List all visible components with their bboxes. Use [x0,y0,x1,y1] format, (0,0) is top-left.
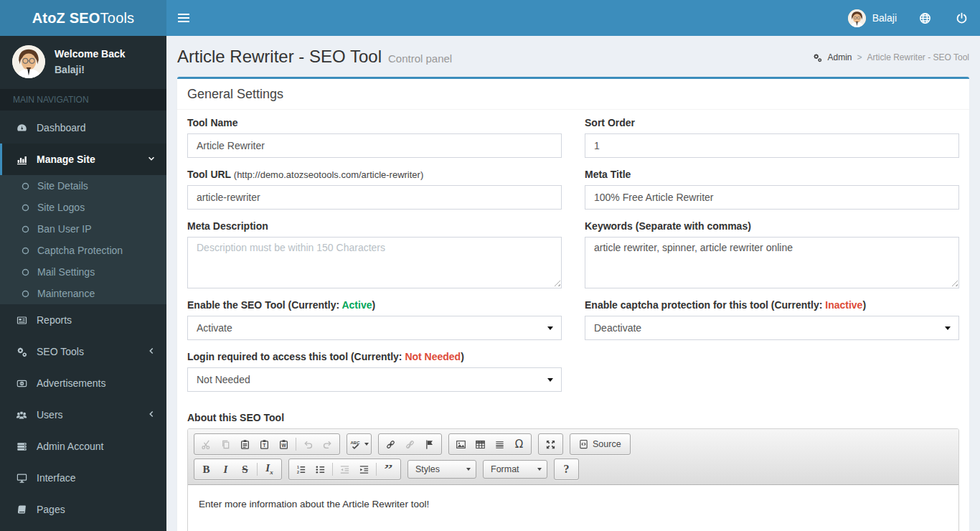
sidebar-subitem-mail-settings[interactable]: Mail Settings [0,261,166,283]
sidebar-item-seo-tools[interactable]: SEO Tools [0,336,166,367]
enable-tool-select[interactable]: Activate [187,316,562,340]
paste-icon [240,439,250,450]
sidebar-toggle-button[interactable] [166,0,201,36]
blockquote-button[interactable]: ” [379,461,398,478]
image-icon [456,439,466,450]
page-subtitle: Control panel [388,52,452,65]
navbar-main: Balaji [166,0,980,36]
redo-button[interactable] [318,436,337,453]
navbar-right: Balaji [838,0,980,36]
sidebar-menu: Dashboard Manage Site Site Details Site … [0,112,166,525]
italic-button[interactable]: I [216,461,235,478]
special-char-button[interactable]: Ω [509,436,529,453]
copy-button[interactable] [216,436,235,453]
meta-title-group: Meta Title [585,169,959,210]
logout-button[interactable] [943,0,980,36]
enable-tool-label-end: ) [372,299,376,311]
breadcrumb-home-link[interactable]: Admin [827,52,852,62]
sidebar-subitem-maintenance[interactable]: Maintenance [0,283,166,304]
tool-name-input[interactable] [187,133,562,158]
breadcrumb-current: Article Rewriter - SEO Tool [867,52,969,62]
sidebar-subitem-captcha-protection[interactable]: Captcha Protection [0,240,166,261]
sidebar-item-manage-site[interactable]: Manage Site [0,144,166,175]
paste-button[interactable] [235,436,255,453]
circle-icon [21,290,29,298]
editor-content-area[interactable]: Enter more information about the Article… [188,485,958,531]
sidebar-item-pages[interactable]: Pages [0,494,166,525]
sort-order-input[interactable] [585,133,959,158]
circle-icon [21,247,29,255]
copy-icon [220,439,231,450]
anchor-button[interactable] [420,436,439,453]
source-button[interactable]: Source [573,436,628,453]
sidebar-subitem-ban-user-ip[interactable]: Ban User IP [0,218,166,240]
keywords-textarea[interactable]: article rewriter, spinner, article rewri… [585,237,959,288]
book-icon [16,504,27,515]
strikethrough-button[interactable]: S [235,461,255,478]
brand-logo[interactable]: AtoZ SEOTools [0,0,166,36]
sidebar-subitem-site-logos[interactable]: Site Logos [0,197,166,218]
sidebar-item-dashboard[interactable]: Dashboard [0,112,166,144]
about-tool-label: About this SEO Tool [187,412,959,423]
cut-button[interactable] [197,436,216,453]
remove-format-button[interactable]: Ix [260,461,279,478]
manage-site-submenu: Site Details Site Logos Ban User IP Capt… [0,175,166,304]
circle-icon [21,182,29,190]
sidebar-item-advertisements[interactable]: Advertisements [0,367,166,399]
sidebar-item-label: SEO Tools [37,346,84,357]
sidebar-item-interface[interactable]: Interface [0,462,166,494]
login-required-label-end: ) [461,351,464,362]
link-button[interactable] [381,436,400,453]
decrease-indent-button[interactable] [335,461,354,478]
tool-url-label-text: Tool URL [187,169,231,180]
insert-table-button[interactable] [471,436,490,453]
spellcheck-button[interactable]: ABC [349,436,369,453]
svg-text:2: 2 [297,469,299,474]
paragraph-group: 12 ” [288,459,401,480]
increase-indent-button[interactable] [354,461,374,478]
about-tool-group: About this SEO Tool T W [187,412,959,531]
meta-title-input[interactable] [585,185,959,210]
links-group [378,433,442,455]
paste-from-word-button[interactable]: W [274,436,293,453]
enable-tool-group: Enable the SEO Tool (Currently: Active) … [187,299,562,340]
toolbar-row-1: T W ABC [194,433,953,455]
maximize-button[interactable] [541,436,560,453]
editor-help-button[interactable]: ? [557,461,576,478]
flag-icon [424,439,435,450]
subitem-label: Site Logos [37,202,85,213]
unlink-button[interactable] [400,436,420,453]
clipboard-group: T W [194,433,340,455]
toolbar-separator [257,463,258,476]
horizontal-line-button[interactable] [490,436,509,453]
keywords-label: Keywords (Separate with commas) [585,220,959,232]
tool-url-input[interactable] [187,185,562,210]
format-dropdown[interactable]: Format [483,460,547,479]
sidebar-item-admin-account[interactable]: Admin Account [0,431,166,462]
sidebar-user-panel: Welcome Back Balaji! [0,36,166,89]
navbar-user-menu[interactable]: Balaji [838,0,907,36]
circle-icon [21,204,29,212]
sidebar-item-users[interactable]: Users [0,399,166,431]
box-body: Tool Name Sort Order Tool URL (http://de… [177,109,969,531]
sidebar-item-reports[interactable]: Reports [0,304,166,336]
svg-text:T: T [263,443,266,448]
breadcrumb-separator: > [857,52,862,62]
toolbar-separator [296,438,296,451]
svg-text:W: W [281,443,286,448]
paste-plain-text-button[interactable]: T [255,436,274,453]
styles-dropdown[interactable]: Styles [407,460,476,479]
login-required-select[interactable]: Not Needed [187,367,562,392]
captcha-select[interactable]: Deactivate [585,316,959,340]
sidebar-item-label: Interface [37,472,75,484]
language-button[interactable] [907,0,943,36]
status-inactive: Inactive [825,299,862,311]
insert-image-button[interactable] [451,436,471,453]
bold-button[interactable]: B [197,461,216,478]
svg-text:1: 1 [297,464,299,469]
bulleted-list-button[interactable] [311,461,330,478]
undo-button[interactable] [298,436,318,453]
sidebar-subitem-site-details[interactable]: Site Details [0,175,166,197]
meta-description-textarea[interactable] [187,237,562,288]
numbered-list-button[interactable]: 12 [291,461,311,478]
